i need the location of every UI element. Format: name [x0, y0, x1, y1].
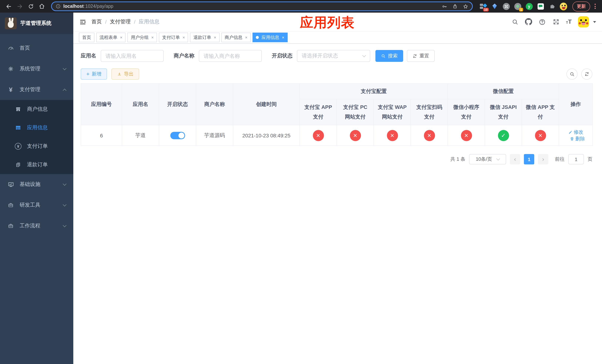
chevron-down-icon [63, 182, 66, 186]
avatar-caret-down-icon[interactable] [593, 21, 596, 23]
close-icon[interactable] [151, 35, 154, 39]
sidebar-item-label: 支付订单 [27, 143, 48, 150]
group-header-alipay: 支付宝配置 [300, 84, 448, 99]
sidebar-item-system[interactable]: 系统管理 [0, 58, 73, 79]
page-size-select[interactable]: 10条/页 [469, 154, 506, 164]
tab-merchant-info[interactable]: 商户信息 [221, 32, 251, 42]
sidebar-item-label: 退款订单 [27, 161, 48, 168]
chevron-down-icon [496, 157, 500, 161]
font-size-icon[interactable] [566, 19, 572, 25]
sidebar-subitem-refund-order[interactable]: 退款订单 [0, 156, 73, 174]
help-icon[interactable] [538, 18, 546, 26]
sidebar-item-home[interactable]: 首页 [0, 38, 73, 58]
status-fail-icon [461, 130, 472, 141]
browser-toolbar: localhost :1024/pay/app 10 1 y [0, 0, 602, 13]
password-key-icon[interactable] [442, 3, 447, 9]
tab-refund-order[interactable]: 退款订单 [190, 32, 220, 42]
browser-home-button[interactable] [37, 1, 47, 11]
browser-reload-button[interactable] [26, 1, 35, 11]
sidebar-item-label: 支付管理 [20, 86, 40, 93]
sidebar-item-payment[interactable]: 支付管理 [0, 79, 73, 100]
close-icon[interactable] [245, 35, 247, 39]
address-bar[interactable]: localhost :1024/pay/app [51, 1, 473, 11]
status-toggle[interactable] [170, 132, 185, 139]
breadcrumb-payment[interactable]: 支付管理 [110, 19, 131, 25]
search-button[interactable]: 搜索 [376, 50, 403, 62]
cell-app-name: 芋道 [122, 125, 159, 146]
sidebar-subitem-pay-order[interactable]: 支付订单 [0, 137, 73, 156]
delete-link[interactable]: 删除 [570, 135, 585, 142]
chrome-update-button[interactable]: 更新 [572, 1, 590, 11]
bookmark-star-icon[interactable] [463, 3, 468, 9]
sidebar-item-dev-tools[interactable]: 研发工具 [0, 195, 73, 215]
close-icon[interactable] [214, 35, 216, 39]
next-page-button[interactable] [538, 154, 548, 164]
tab-app-info[interactable]: 应用信息 [252, 32, 288, 42]
y-extension-icon[interactable]: y [525, 3, 533, 10]
screenshot-root: localhost :1024/pay/app 10 1 y [0, 0, 602, 364]
toggle-search-button[interactable] [567, 68, 578, 80]
close-icon[interactable] [120, 35, 122, 39]
status-select[interactable]: 请选择开启状态 [297, 50, 370, 62]
tab-user-group[interactable]: 用户分组 [128, 32, 157, 42]
merchant-name-input[interactable] [199, 50, 262, 62]
site-info-icon[interactable] [55, 4, 61, 9]
user-avatar[interactable] [578, 16, 589, 27]
status-fail-icon [535, 130, 546, 141]
browser-forward-button[interactable] [15, 1, 24, 11]
toolbox-icon [7, 202, 14, 208]
pagination: 共 1 条 10条/页 1 前往 页 [81, 154, 592, 164]
export-button[interactable]: 导出 [111, 68, 139, 80]
tab-pay-order[interactable]: 支付订单 [159, 32, 188, 42]
table-toolbar: 新增 导出 [81, 68, 592, 80]
close-icon[interactable] [183, 35, 185, 39]
col-header-merchant: 商户名称 [196, 84, 233, 125]
group-header-wechat: 微信配置 [448, 84, 559, 99]
col-header-alipay-app: 支付宝 APP 支付 [300, 99, 337, 125]
search-icon[interactable] [511, 18, 518, 26]
dashboard-gauge-icon [7, 45, 14, 52]
app-name-input[interactable] [101, 50, 164, 62]
status-fail-icon [424, 130, 435, 141]
share-icon[interactable] [452, 4, 458, 9]
goto-page-input[interactable] [568, 154, 584, 164]
reset-button[interactable]: 重置 [407, 50, 435, 62]
sidebar-menu: 首页 系统管理 支付管理 商户信息 [0, 34, 73, 364]
sidebar-item-workflow[interactable]: 工作流程 [0, 215, 73, 236]
github-icon[interactable] [525, 18, 532, 26]
sidebar-collapse-icon[interactable] [79, 18, 86, 25]
profile-avatar-emoji[interactable] [560, 3, 567, 10]
app-title: 芋道管理系统 [20, 20, 52, 27]
prev-page-button[interactable] [510, 154, 520, 164]
sidebar-subitem-app-info[interactable]: 应用信息 [0, 118, 73, 137]
chevron-down-icon [63, 66, 66, 70]
extension-badge: 10 [483, 8, 489, 11]
current-page-button[interactable]: 1 [524, 154, 534, 164]
recorder-extension-icon[interactable]: 1 [514, 3, 521, 10]
sidebar-logo[interactable]: 芋道管理系统 [0, 13, 73, 34]
chat-extension-icon[interactable] [537, 3, 544, 10]
add-button[interactable]: 新增 [81, 68, 107, 80]
extensions-puzzle-icon[interactable] [548, 3, 556, 10]
edit-link[interactable]: 修改 [568, 129, 583, 135]
sidebar-item-label: 商户信息 [27, 106, 48, 113]
rabbit-logo-avatar [5, 17, 17, 29]
sidebar-item-infrastructure[interactable]: 基础设施 [0, 174, 73, 195]
active-tab-dot [256, 36, 259, 39]
sidebar-subitem-merchant-info[interactable]: 商户信息 [0, 100, 73, 118]
tab-flow-form[interactable]: 流程表单 [96, 32, 126, 42]
col-header-wechat-lite: 微信小程序支付 [448, 99, 485, 125]
status-fail-icon [387, 130, 398, 141]
sidebar-item-label: 系统管理 [20, 65, 40, 72]
close-icon[interactable] [282, 35, 284, 39]
chrome-menu-icon[interactable] [592, 3, 598, 10]
command-extension-icon[interactable] [502, 3, 510, 10]
col-header-app-name: 应用名 [122, 84, 159, 125]
sidebar-extension-icon[interactable]: 10 [479, 3, 487, 10]
tab-home[interactable]: 首页 [79, 32, 94, 42]
kite-extension-icon[interactable] [491, 3, 498, 10]
browser-back-button[interactable] [4, 1, 13, 11]
breadcrumb-home[interactable]: 首页 [91, 19, 102, 25]
refresh-button[interactable] [581, 68, 592, 80]
fullscreen-icon[interactable] [552, 18, 559, 26]
